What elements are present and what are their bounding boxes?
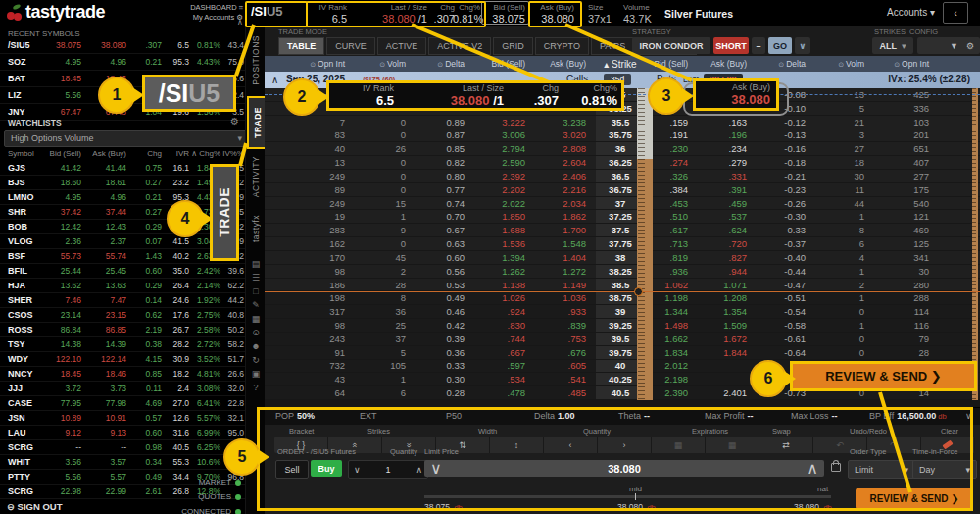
config-gear-icon[interactable]: ⚙ (966, 41, 974, 51)
call-bid[interactable]: 2.392 (474, 171, 535, 181)
put-ask[interactable]: .537 (698, 211, 757, 222)
put-bid[interactable]: 1.198 (645, 292, 698, 303)
call-bid[interactable]: 3.006 (474, 129, 535, 140)
call-bid[interactable]: 1.026 (474, 292, 535, 303)
panel-icon[interactable]: ▣ (246, 369, 266, 379)
put-bid[interactable]: 1.662 (645, 334, 698, 344)
call-ask[interactable]: .753 (535, 334, 596, 344)
dashboard-link[interactable]: DASHBOARD ⌗ (167, 3, 243, 13)
watchlist-row[interactable]: HJA13.6213.630.2926.42.14%62.2 (0, 279, 245, 293)
watchlist-row[interactable]: ROSS86.8486.852.1926.72.58%50.2 (0, 323, 245, 337)
minus-chip[interactable]: – (752, 37, 765, 54)
collapse-expiration-icon[interactable]: ∧ (271, 75, 278, 85)
order-type-select[interactable]: Limit▾ (848, 460, 915, 479)
put-ask[interactable]: .827 (698, 252, 757, 263)
watchlist-row[interactable]: WHIT3.563.570.3455.310.6%77.6 (0, 455, 245, 470)
chain-row[interactable]: 28390.671.6881.70037.5.617.624-0.338469 (265, 224, 980, 237)
chain-row[interactable]: 8300.873.0063.02035.75.191.196-0.133201 (265, 128, 980, 142)
call-ask[interactable]: 1.700 (535, 225, 596, 235)
header-put-volm[interactable]: ⊙Volm (815, 59, 874, 69)
chain-row[interactable]: 700.893.2223.23835.5.159.163-0.1221103 (265, 116, 980, 129)
refresh-icon[interactable]: ↻ (246, 355, 266, 365)
chain-row[interactable]: 9150.36.667.67639.751.8341.844-0.64028 (265, 346, 980, 360)
tab-grid[interactable]: GRID (493, 37, 533, 55)
put-bid[interactable]: .617 (645, 225, 698, 235)
price-increase-icon[interactable]: ∧ (807, 459, 824, 478)
watchlist-select[interactable]: High Options Volume▾ (4, 130, 249, 147)
header-call-opn-int[interactable]: ⊙Opn Int (265, 59, 355, 69)
watchlist-gear-icon[interactable]: ⚙ (230, 116, 239, 127)
put-bid[interactable]: 2.390 (645, 387, 698, 398)
put-bid[interactable]: .819 (645, 252, 698, 263)
put-bid[interactable]: 1.834 (645, 347, 698, 358)
grid-icon[interactable]: ▦ (246, 314, 266, 324)
call-ask[interactable]: 2.808 (535, 143, 596, 154)
call-bid[interactable]: 1.850 (474, 211, 535, 222)
watchlist-row[interactable]: JJJ3.723.730.112.43.08%32.0 (0, 382, 245, 396)
lock-icon[interactable] (831, 463, 841, 472)
chain-row[interactable]: 1910.701.8501.86237.25.510.537-0.301121 (265, 210, 980, 224)
put-bid[interactable]: 1.344 (645, 306, 698, 317)
watchlist-row[interactable]: NNCY18.4518.460.8518.24.81%26.6 (0, 367, 245, 382)
chain-row[interactable]: 1300.822.5902.60436.25.274.279-0.1818407 (265, 156, 980, 170)
tab-curve[interactable]: CURVE (326, 37, 374, 55)
call-ask[interactable]: 1.149 (535, 280, 596, 290)
call-bid[interactable]: 1.138 (474, 280, 535, 290)
recent-symbol-row[interactable]: /SIU538.07538.080.3076.50.81%43.4 (0, 37, 245, 54)
put-bid[interactable]: 2.198 (645, 374, 698, 385)
watchlist-row[interactable]: BFIL25.4425.450.6035.02.42%39.6 (0, 264, 245, 279)
put-bid[interactable]: .191 (645, 129, 698, 140)
quantity-up-button[interactable]: › (598, 437, 652, 453)
watchlist-row[interactable]: SHER7.467.470.1424.61.92%44.2 (0, 293, 245, 308)
call-ask[interactable]: 1.272 (535, 266, 596, 277)
review-and-send-button[interactable]: REVIEW & SEND ❯ (856, 488, 973, 509)
swap-button[interactable]: ⇄ (760, 437, 813, 453)
put-bid[interactable]: .326 (645, 171, 698, 181)
call-ask[interactable]: .676 (535, 347, 596, 358)
filter-icon[interactable]: ▼ (950, 41, 958, 51)
call-bid[interactable]: .744 (474, 334, 535, 344)
call-ask[interactable]: .485 (535, 387, 596, 398)
my-accounts-link[interactable]: My Accounts ⚙ (167, 13, 243, 23)
list-icon[interactable]: ☰ (246, 273, 266, 283)
call-bid[interactable]: 1.394 (474, 252, 535, 263)
chain-row[interactable]: 16200.631.5361.54837.75.713.720-0.376125 (265, 237, 980, 251)
put-bid[interactable]: .713 (645, 238, 698, 249)
watchlist-row[interactable]: GJS41.4241.440.7516.11.84%12.5 (0, 161, 245, 176)
edit-icon[interactable]: ✎ (246, 300, 266, 310)
put-bid[interactable]: 1.062 (645, 280, 698, 290)
call-ask[interactable]: 3.020 (535, 129, 596, 140)
chain-row[interactable]: 170450.601.3941.40438.819.827-0.404341 (265, 251, 980, 265)
chain-row[interactable]: 243370.39.744.75339.51.6621.672-0.61079 (265, 333, 980, 346)
watchlist-row[interactable]: BJS18.6018.610.2723.21.49%34.2 (0, 176, 245, 190)
community-icon[interactable]: ☻ (246, 341, 266, 351)
put-bid[interactable]: .453 (645, 198, 698, 209)
time-in-force-select[interactable]: Day▾ (912, 460, 977, 479)
call-ask[interactable]: 2.216 (535, 184, 596, 195)
header-put-ask-buy-[interactable]: Ask (Buy) (698, 59, 757, 69)
buy-button[interactable]: Buy (311, 460, 342, 477)
price-decrease-icon[interactable]: ∨ (424, 459, 442, 478)
call-ask[interactable]: 1.862 (535, 211, 596, 222)
watchlist-row[interactable]: TSY14.3814.390.3828.22.72%58.2 (0, 337, 245, 352)
call-ask[interactable]: .933 (535, 306, 596, 317)
expiration-next-button[interactable]: ▦ (706, 437, 760, 453)
journal-icon[interactable]: ▤ (246, 259, 266, 269)
limit-price-field[interactable]: ∨ 38.080 ∧ (424, 460, 824, 477)
header-call-delta[interactable]: ⊙Delta (416, 59, 474, 69)
chain-row[interactable]: 249150.742.0222.03437.453.459-0.2644540 (265, 197, 980, 211)
call-bid[interactable]: .667 (474, 347, 535, 358)
rail-tab-activity[interactable]: ACTIVITY (247, 151, 265, 202)
header-put-opn-int[interactable]: ⊙Opn Int (874, 59, 939, 69)
stats-chevron-icon[interactable]: ∨ (965, 411, 972, 421)
chain-row[interactable]: 19880.491.0261.03638.751.1981.208-0.5112… (265, 291, 980, 305)
recent-symbol-row[interactable]: SOZ4.954.960.2195.34.43%75.9 (0, 54, 245, 71)
qty-decrease-icon[interactable]: ∨ (354, 465, 361, 475)
put-bid[interactable]: .230 (645, 143, 698, 154)
call-ask[interactable]: 2.604 (535, 157, 596, 168)
call-bid[interactable]: 1.536 (474, 238, 535, 249)
go-caret-button[interactable]: ∨ (795, 37, 810, 54)
tab-table[interactable]: TABLE (278, 37, 324, 55)
put-ask[interactable]: 1.208 (698, 292, 757, 303)
rail-tab-positions[interactable]: POSITIONS (247, 29, 265, 90)
